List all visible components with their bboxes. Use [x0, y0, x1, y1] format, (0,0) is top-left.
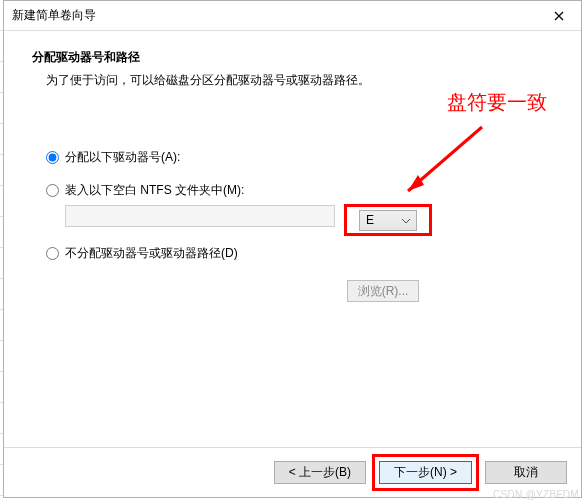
no-assign-radio[interactable] — [46, 247, 59, 260]
page-heading: 分配驱动器号和路径 — [32, 49, 553, 66]
assign-letter-label: 分配以下驱动器号(A): — [65, 149, 180, 166]
content-area: 分配驱动器号和路径 为了便于访问，可以给磁盘分区分配驱动器号或驱动器路径。 盘符… — [4, 31, 581, 447]
chevron-down-icon — [402, 213, 410, 227]
next-button-label: 下一步(N) > — [394, 464, 457, 481]
drive-letter-select[interactable]: E — [359, 210, 417, 231]
assign-letter-radio[interactable] — [46, 151, 59, 164]
window-title: 新建简单卷向导 — [12, 7, 96, 24]
option-no-assign: 不分配驱动器号或驱动器路径(D) — [46, 245, 553, 262]
mount-folder-label: 装入以下空白 NTFS 文件夹中(M): — [65, 182, 244, 199]
option-assign-letter: 分配以下驱动器号(A): — [46, 149, 553, 166]
next-button[interactable]: 下一步(N) > — [379, 461, 472, 484]
titlebar: 新建简单卷向导 — [4, 1, 581, 31]
watermark: CSDN @YZBFDM — [493, 489, 579, 500]
no-assign-label: 不分配驱动器号或驱动器路径(D) — [65, 245, 238, 262]
drive-letter-highlight: E — [344, 204, 432, 236]
wizard-window: 新建简单卷向导 分配驱动器号和路径 为了便于访问，可以给磁盘分区分配驱动器号或驱… — [3, 0, 582, 498]
drive-letter-value: E — [366, 213, 374, 227]
cancel-button[interactable]: 取消 — [485, 461, 567, 484]
browse-button: 浏览(R)... — [347, 280, 419, 302]
annotation-text: 盘符要一致 — [447, 89, 547, 116]
mount-path-input — [65, 205, 335, 227]
browse-button-label: 浏览(R)... — [358, 283, 409, 300]
back-button[interactable]: < 上一步(B) — [274, 461, 366, 484]
cancel-button-label: 取消 — [514, 464, 538, 481]
next-button-highlight: 下一步(N) > — [372, 454, 479, 491]
close-button[interactable] — [536, 1, 581, 30]
page-subheading: 为了便于访问，可以给磁盘分区分配驱动器号或驱动器路径。 — [46, 72, 553, 89]
options-group: 分配以下驱动器号(A): 装入以下空白 NTFS 文件夹中(M): 不分配驱动器… — [46, 149, 553, 262]
mount-folder-radio[interactable] — [46, 184, 59, 197]
back-button-label: < 上一步(B) — [289, 464, 351, 481]
close-icon — [554, 11, 564, 21]
option-mount-folder: 装入以下空白 NTFS 文件夹中(M): — [46, 182, 553, 199]
